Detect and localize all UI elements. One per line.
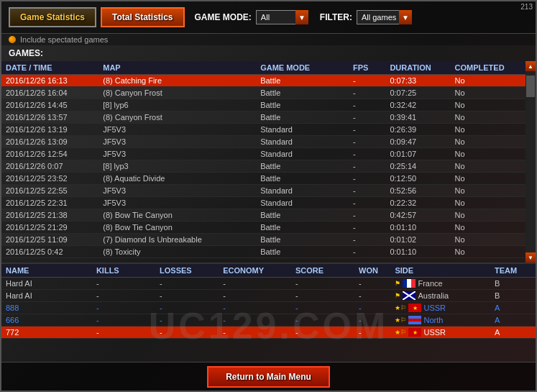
table-row[interactable]: 2016/12/26 14:45 [8] lyp6 Battle - 0:32:… (1, 99, 525, 111)
cell-mode: Battle (256, 111, 349, 124)
cell-fps: - (349, 136, 386, 148)
cell-date: 2016/12/26 0:07 (1, 160, 98, 173)
games-label-row: GAMES: (1, 45, 536, 61)
cell-date: 2016/12/26 16:04 (1, 87, 98, 99)
cell-duration: 0:07:33 (385, 75, 450, 87)
game-mode-dropdown-wrap: All Standard Battle ▼ (256, 10, 308, 24)
list-item[interactable]: 772 - - - - - ★⚐★USSR A (1, 327, 536, 339)
cell-duration: 0:39:41 (385, 111, 450, 124)
games-label: GAMES: (9, 48, 43, 58)
game-mode-select[interactable]: All Standard Battle (256, 10, 308, 24)
tab-total-statistics[interactable]: Total Statistics (101, 7, 184, 27)
cell-team: B (490, 278, 536, 290)
return-button[interactable]: Return to Main Menu (207, 366, 330, 388)
tab-game-statistics[interactable]: Game Statistics (9, 7, 96, 27)
list-item[interactable]: 888 - - - - - ★⚐★USSR A (1, 302, 536, 314)
cell-date: 2016/12/26 13:09 (1, 136, 98, 148)
cell-mode: Standard (256, 136, 349, 148)
table-row[interactable]: 2016/12/25 21:29 (8) Bow Tie Canyon Batt… (1, 222, 525, 234)
col-header-name: NAME (1, 264, 92, 278)
col-header-map: MAP (98, 61, 256, 75)
cell-duration: 0:25:14 (385, 160, 450, 173)
cell-team: A (490, 302, 536, 314)
table-row[interactable]: 2016/12/26 0:07 [8] lyp3 Battle - 0:25:1… (1, 160, 525, 173)
filter-select[interactable]: All games Wins Losses (357, 10, 412, 24)
table-row[interactable]: 2016/12/25 22:55 JF5V3 Standard - 0:52:5… (1, 185, 525, 197)
cell-score: - (291, 314, 354, 327)
cell-completed: No (451, 185, 525, 197)
table-row[interactable]: 2016/12/26 16:04 (8) Canyon Frost Battle… (1, 87, 525, 99)
cell-won: - (354, 278, 390, 290)
cell-economy: - (219, 278, 291, 290)
cell-map: JF5V3 (98, 136, 256, 148)
cell-duration: 0:22:32 (385, 197, 450, 209)
cell-map: [8] lyp3 (98, 160, 256, 173)
scroll-down-btn[interactable]: ▼ (525, 252, 536, 263)
table-row[interactable]: 2016/12/25 23:52 (8) Aquatic Divide Batt… (1, 173, 525, 185)
cell-duration: 0:09:47 (385, 136, 450, 148)
table-row[interactable]: 2016/12/25 11:09 (7) Diamond Is Unbreaka… (1, 234, 525, 246)
col-header-fps: FPS (349, 61, 386, 75)
cell-side: ⚑France (390, 278, 490, 290)
spectate-row: Include spectated games (1, 34, 536, 45)
cell-side: ⚑Australia (390, 290, 490, 302)
cell-completed: No (451, 173, 525, 185)
spectate-label: Include spectated games (20, 35, 108, 44)
cell-mode: Battle (256, 209, 349, 222)
cell-map: (7) Diamond Is Unbreakable (98, 234, 256, 246)
table-row[interactable]: 2016/12/26 13:19 JF5V3 Standard - 0:26:3… (1, 124, 525, 136)
cell-mode: Battle (256, 75, 349, 87)
scroll-thumb[interactable] (526, 76, 535, 97)
spectate-dot (9, 36, 16, 43)
cell-fps: - (349, 75, 386, 87)
cell-map: (8) Catching Fire (98, 75, 256, 87)
cell-won: - (354, 314, 390, 327)
player-table-wrap: NAME KILLS LOSSES ECONOMY SCORE WON SIDE… (1, 264, 536, 357)
cell-fps: - (349, 246, 386, 258)
table-row[interactable]: 2016/12/26 13:57 (8) Canyon Frost Battle… (1, 111, 525, 124)
table-row[interactable]: 2016/12/25 0:42 (8) Toxicity Battle - 0:… (1, 246, 525, 258)
player-table: NAME KILLS LOSSES ECONOMY SCORE WON SIDE… (1, 264, 536, 339)
col-header-kills: KILLS (92, 264, 155, 278)
cell-date: 2016/12/25 22:31 (1, 197, 98, 209)
cell-name: Hard AI (1, 278, 92, 290)
col-header-side: SIDE (390, 264, 490, 278)
cell-side: ★⚐North (390, 314, 490, 327)
games-table-wrap: DATE / TIME MAP GAME MODE FPS DURATION C… (1, 61, 525, 263)
cell-completed: No (451, 87, 525, 99)
cell-duration: 0:12:50 (385, 173, 450, 185)
cell-map: (8) Bow Tie Canyon (98, 209, 256, 222)
svg-rect-2 (411, 279, 416, 288)
list-item[interactable]: Hard AI - - - - - ⚑Australia B (1, 290, 536, 302)
games-scrollbar[interactable]: ▲ ▼ (525, 61, 536, 263)
main-window: 213 Game Statistics Total Statistics GAM… (0, 0, 537, 392)
cell-date: 2016/12/25 21:29 (1, 222, 98, 234)
cell-won: - (354, 302, 390, 314)
game-mode-label: GAME MODE: (195, 12, 252, 22)
table-row[interactable]: 2016/12/26 16:13 (8) Catching Fire Battl… (1, 75, 525, 87)
scroll-up-btn[interactable]: ▲ (525, 61, 536, 71)
cell-map: (8) Canyon Frost (98, 87, 256, 99)
cell-fps: - (349, 87, 386, 99)
cell-completed: No (451, 75, 525, 87)
table-row[interactable]: 2016/12/25 22:31 JF5V3 Standard - 0:22:3… (1, 197, 525, 209)
cell-duration: 0:26:39 (385, 124, 450, 136)
list-item[interactable]: 666 - - - - - ★⚐North A (1, 314, 536, 327)
col-header-completed: COMPLETED (451, 61, 525, 75)
cell-duration: 0:01:07 (385, 148, 450, 160)
cell-completed: No (451, 234, 525, 246)
svg-rect-9 (408, 319, 421, 322)
cell-name: Hard AI (1, 290, 92, 302)
cell-mode: Standard (256, 197, 349, 209)
list-item[interactable]: Hard AI - - - - - ⚑France B (1, 278, 536, 290)
cell-kills: - (92, 327, 155, 339)
col-header-economy: ECONOMY (219, 264, 291, 278)
table-row[interactable]: 2016/12/25 21:38 (8) Bow Tie Canyon Batt… (1, 209, 525, 222)
table-row[interactable]: 2016/12/26 12:54 JF5V3 Standard - 0:01:0… (1, 148, 525, 160)
main-content: DATE / TIME MAP GAME MODE FPS DURATION C… (1, 61, 536, 263)
table-row[interactable]: 2016/12/26 13:09 JF5V3 Standard - 0:09:4… (1, 136, 525, 148)
filter-label: FILTER: (320, 12, 352, 22)
cell-mode: Battle (256, 173, 349, 185)
filter-dropdown-wrap: All games Wins Losses ▼ (357, 10, 412, 24)
cell-completed: No (451, 99, 525, 111)
